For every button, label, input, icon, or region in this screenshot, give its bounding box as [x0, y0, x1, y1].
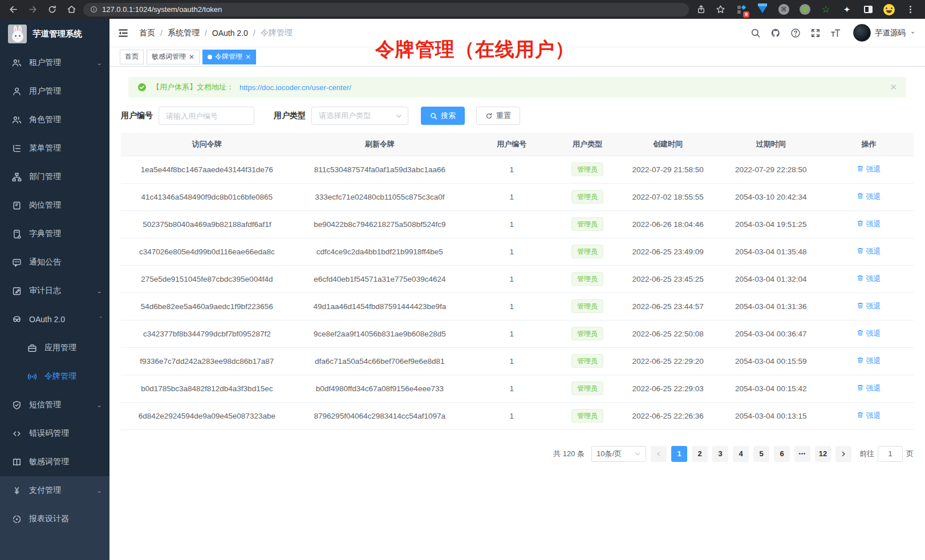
access-token-cell: b0d1785bc3a8482f812db4a3f3bd15ec: [121, 375, 293, 402]
fold-sidebar-icon[interactable]: [117, 27, 130, 39]
sidebar-item-用户管理[interactable]: 用户管理: [0, 77, 109, 105]
refresh-token-cell: dfa6c71a50a54c66bef706ef9e6e8d81: [293, 347, 466, 375]
extension-command-icon[interactable]: ⌘: [778, 4, 789, 15]
force-logout-button[interactable]: 强退: [857, 411, 881, 421]
app-logo[interactable]: 芋道管理系统: [0, 19, 109, 48]
search-icon[interactable]: [750, 27, 761, 39]
sidebar: 芋道管理系统 租户管理⌄用户管理角色管理菜单管理部门管理岗位管理字典管理通知公告…: [0, 19, 109, 560]
doc-link[interactable]: https://doc.iocoder.cn/user-center/: [240, 83, 351, 92]
bookmark-star-icon[interactable]: [713, 2, 728, 17]
refresh-token-cell: b0df4980ffd34c67a08f9156e4eee733: [293, 375, 466, 402]
profile-avatar-icon[interactable]: [883, 4, 895, 15]
user-type-cell: 管理员: [557, 375, 618, 402]
force-logout-button[interactable]: 强退: [857, 246, 881, 257]
side-panel-icon[interactable]: [862, 4, 874, 15]
page-button-3[interactable]: 3: [712, 446, 728, 462]
user-type-select[interactable]: 请选择用户类型: [311, 107, 408, 125]
force-logout-button[interactable]: 强退: [857, 219, 881, 229]
trash-icon: [857, 302, 864, 311]
browser-toolbar: 127.0.0.1:1024/system/oauth2/token 9 ⌘ ☆…: [0, 0, 925, 19]
sidebar-item-敏感词管理[interactable]: 敏感词管理: [0, 448, 109, 476]
sidebar-item-审计日志[interactable]: 审计日志⌄: [0, 277, 109, 305]
address-bar[interactable]: 127.0.0.1:1024/system/oauth2/token: [83, 3, 689, 17]
goto-page-input[interactable]: [878, 446, 903, 462]
page-size-select[interactable]: 10条/页: [591, 446, 646, 462]
close-icon[interactable]: ✕: [245, 53, 251, 61]
tab-首页[interactable]: 首页: [120, 50, 144, 64]
annotation-title: 令牌管理（在线用户）: [375, 36, 575, 63]
reload-icon[interactable]: [44, 2, 59, 17]
user-id-input[interactable]: [159, 107, 254, 125]
extension-gem-icon[interactable]: [757, 4, 768, 15]
page-button-5[interactable]: 5: [753, 446, 769, 462]
share-icon[interactable]: [693, 2, 708, 17]
extension-grid-icon[interactable]: 9: [736, 4, 747, 15]
next-page-button[interactable]: [835, 446, 851, 462]
force-logout-button[interactable]: 强退: [857, 356, 881, 366]
action-cell: 强退: [824, 402, 914, 429]
notice-icon: [12, 258, 22, 267]
sidebar-item-岗位管理[interactable]: 岗位管理: [0, 191, 109, 220]
prev-page-button[interactable]: [651, 446, 667, 462]
github-icon[interactable]: [770, 27, 781, 39]
user-id-cell: 1: [466, 183, 557, 210]
extension-record-icon[interactable]: [799, 4, 810, 15]
sidebar-item-字典管理[interactable]: 字典管理: [0, 220, 109, 248]
force-logout-button[interactable]: 强退: [857, 328, 881, 339]
page-button-6[interactable]: 6: [774, 446, 790, 462]
sidebar-item-部门管理[interactable]: 部门管理: [0, 163, 109, 191]
force-logout-button[interactable]: 强退: [857, 192, 881, 202]
home-icon[interactable]: [64, 2, 79, 17]
extension-star-icon[interactable]: ☆: [820, 4, 831, 15]
fullscreen-icon[interactable]: [810, 27, 821, 39]
close-icon[interactable]: ✕: [189, 53, 194, 61]
reset-button[interactable]: 重置: [476, 107, 520, 125]
breadcrumb-item[interactable]: 系统管理: [168, 28, 200, 38]
force-logout-button[interactable]: 强退: [857, 383, 881, 393]
shield-icon: [12, 400, 22, 410]
sidebar-item-报表设计器[interactable]: 报表设计器: [0, 505, 109, 533]
sidebar-item-令牌管理[interactable]: 令牌管理: [0, 362, 109, 391]
sidebar-item-角色管理[interactable]: 角色管理: [0, 105, 109, 134]
page-button-12[interactable]: 12: [815, 446, 831, 462]
sidebar-item-租户管理[interactable]: 租户管理⌄: [0, 48, 109, 77]
force-logout-button[interactable]: 强退: [857, 164, 881, 175]
sidebar-item-菜单管理[interactable]: 菜单管理: [0, 134, 109, 163]
force-logout-button[interactable]: 强退: [857, 301, 881, 311]
sidebar-item-应用管理[interactable]: 应用管理: [0, 334, 109, 362]
page-ellipsis-button[interactable]: •••: [794, 446, 810, 462]
sidebar-item-label: 岗位管理: [29, 200, 102, 210]
user-menu[interactable]: 芋道源码: [853, 24, 916, 42]
search-button[interactable]: 搜索: [421, 107, 465, 125]
access-token-cell: 41c41346a548490f9dc8b01c6bfe0865: [121, 183, 293, 210]
page-button-4[interactable]: 4: [733, 446, 749, 462]
extension-spark-icon[interactable]: ✦: [841, 4, 853, 15]
tab-令牌管理[interactable]: 令牌管理✕: [202, 50, 256, 64]
sidebar-item-短信管理[interactable]: 短信管理⌄: [0, 391, 109, 419]
sidebar-item-支付管理[interactable]: 支付管理⌄: [0, 476, 109, 505]
browser-menu-icon[interactable]: [904, 4, 916, 15]
sidebar-item-通知公告[interactable]: 通知公告: [0, 248, 109, 277]
breadcrumb-item[interactable]: 首页: [139, 28, 155, 38]
force-logout-button[interactable]: 强退: [857, 274, 881, 284]
sidebar-item-OAuth 2.0[interactable]: OAuth 2.0ˆ: [0, 305, 109, 334]
breadcrumb-item[interactable]: OAuth 2.0: [212, 29, 248, 38]
user-type-cell: 管理员: [557, 265, 618, 293]
table-header-row: 访问令牌刷新令牌用户编号用户类型创建时间过期时间操作: [121, 133, 914, 156]
user-avatar: [853, 24, 871, 42]
help-icon[interactable]: [790, 27, 801, 39]
back-icon[interactable]: [6, 2, 21, 17]
font-size-icon[interactable]: [830, 27, 841, 39]
alert-close-icon[interactable]: ✕: [890, 82, 897, 92]
sidebar-item-错误码管理[interactable]: 错误码管理: [0, 419, 109, 448]
page-button-1[interactable]: 1: [671, 446, 687, 462]
tab-敏感词管理[interactable]: 敏感词管理✕: [147, 50, 200, 64]
chevron-down-icon: ⌄: [96, 60, 102, 66]
user-name: 芋道源码: [875, 28, 906, 38]
user-type-tag: 管理员: [571, 272, 603, 286]
forward-icon[interactable]: [25, 2, 40, 17]
page-button-2[interactable]: 2: [692, 446, 708, 462]
breadcrumb-item[interactable]: 令牌管理: [261, 28, 293, 38]
user-id-cell: 1: [466, 210, 557, 238]
chevron-down-icon: ⌄: [96, 402, 102, 408]
